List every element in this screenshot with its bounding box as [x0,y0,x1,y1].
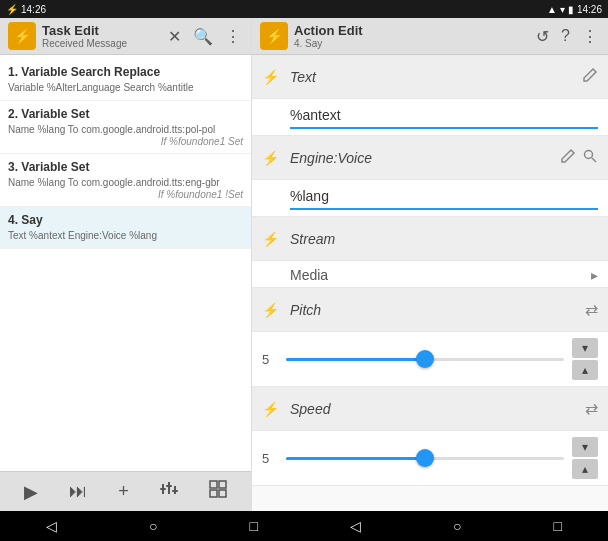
left-home-button[interactable]: ○ [129,514,177,538]
left-recents-button[interactable]: □ [230,514,278,538]
task-name: Variable Set [21,160,89,174]
text-input-row [252,99,608,136]
status-left: ⚡ 14:26 [6,4,46,15]
task-title: Task Edit [42,23,127,38]
left-header-actions: ✕ 🔍 ⋮ [166,25,243,48]
pitch-slider[interactable] [286,349,564,369]
stream-section-header: ⚡ Stream [252,217,608,261]
action-title: Action Edit [294,23,363,38]
text-section-header: ⚡ Text [252,55,608,99]
pitch-slider-row: 5 ▾ ▴ [252,332,608,387]
grid-button[interactable] [203,478,233,505]
right-header-actions: ↺ ? ⋮ [534,25,600,48]
pitch-thumb[interactable] [416,350,434,368]
pitch-up-button[interactable]: ▴ [572,360,598,380]
stream-section-icon: ⚡ [262,231,282,247]
left-panel: ⚡ Task Edit Received Message ✕ 🔍 ⋮ 1. Va… [0,18,252,511]
status-time-right: 14:26 [577,4,602,15]
task-number: 2. [8,107,21,121]
svg-rect-9 [219,490,226,497]
engine-search-button[interactable] [582,148,598,168]
task-item-header: 4. Say [8,213,243,227]
right-more-button[interactable]: ⋮ [580,25,600,48]
svg-rect-8 [210,490,217,497]
right-back-button[interactable]: ◁ [330,514,381,538]
engine-section-header: ⚡ Engine:Voice [252,136,608,180]
left-more-button[interactable]: ⋮ [223,25,243,48]
task-name: Variable Search Replace [21,65,160,79]
stream-arrow-icon: ▸ [591,267,598,283]
task-item-detail: Name %lang To com.google.android.tts:eng… [8,176,243,189]
stream-label: Stream [290,231,598,247]
speed-up-button[interactable]: ▴ [572,459,598,479]
speed-slider-row: 5 ▾ ▴ [252,431,608,486]
search-icon [582,148,598,164]
play-button[interactable]: ▶ [18,479,44,505]
status-right: ▲ ▾ ▮ 14:26 [547,4,602,15]
task-number: 3. [8,160,21,174]
pitch-down-button[interactable]: ▾ [572,338,598,358]
pitch-fill [286,358,425,361]
speed-slider[interactable] [286,448,564,468]
right-home-button[interactable]: ○ [433,514,481,538]
nav-bar: ◁ ○ □ ◁ ○ □ [0,511,608,541]
task-name: Say [21,213,42,227]
pitch-step-buttons: ▾ ▴ [572,338,598,380]
pitch-section-icon: ⚡ [262,302,282,318]
mixer-icon [160,480,178,498]
signal-icon: ▲ [547,4,557,15]
pencil-icon [582,67,598,83]
bluetooth-icon: ⚡ [6,4,18,15]
left-close-button[interactable]: ✕ [166,25,183,48]
task-item-detail: Text %antext Engine:Voice %lang [8,229,243,242]
text-input[interactable] [290,103,598,129]
svg-rect-4 [166,485,172,487]
engine-label: Engine:Voice [290,150,560,166]
action-header-text: Action Edit 4. Say [294,23,363,49]
speed-track [286,457,564,460]
svg-rect-7 [219,481,226,488]
task-number: 4. [8,213,21,227]
task-item-condition: If %foundone1 Set [8,136,243,147]
help-button[interactable]: ? [559,25,572,47]
text-section-icon: ⚡ [262,69,282,85]
pitch-track [286,358,564,361]
bottom-toolbar: ▶ ⏭ + [0,471,251,511]
right-panel: ⚡ Action Edit 4. Say ↺ ? ⋮ ⚡ Text [252,18,608,511]
task-item[interactable]: 3. Variable Set Name %lang To com.google… [0,154,251,207]
pitch-section-header: ⚡ Pitch ⇄ [252,288,608,332]
stream-value-row[interactable]: Media ▸ [252,261,608,288]
speed-down-button[interactable]: ▾ [572,437,598,457]
task-item[interactable]: 1. Variable Search Replace Variable %Alt… [0,59,251,101]
stream-value: Media [290,267,591,283]
add-button[interactable]: + [112,479,135,504]
battery-icon: ▮ [568,4,574,15]
svg-rect-5 [172,490,178,492]
speed-step-buttons: ▾ ▴ [572,437,598,479]
skip-button[interactable]: ⏭ [63,479,93,504]
speed-fill [286,457,425,460]
mixer-button[interactable] [154,478,184,505]
left-search-button[interactable]: 🔍 [191,25,215,48]
search-icon: 🔍 [193,28,213,45]
refresh-button[interactable]: ↺ [534,25,551,48]
right-recents-button[interactable]: □ [533,514,581,538]
engine-edit-button[interactable] [560,148,576,168]
speed-shuffle-button[interactable]: ⇄ [585,399,598,418]
task-list: 1. Variable Search Replace Variable %Alt… [0,55,251,471]
text-section-actions [582,67,598,87]
text-edit-button[interactable] [582,67,598,87]
task-item-active[interactable]: 4. Say Text %antext Engine:Voice %lang [0,207,251,249]
right-header: ⚡ Action Edit 4. Say ↺ ? ⋮ [252,18,608,55]
speed-thumb[interactable] [416,449,434,467]
svg-rect-6 [210,481,217,488]
task-name: Variable Set [21,107,89,121]
task-item[interactable]: 2. Variable Set Name %lang To com.google… [0,101,251,154]
engine-input[interactable] [290,184,598,210]
task-header-text: Task Edit Received Message [42,23,127,49]
text-label: Text [290,69,582,85]
pitch-shuffle-button[interactable]: ⇄ [585,300,598,319]
left-back-button[interactable]: ◁ [26,514,77,538]
engine-input-row [252,180,608,217]
action-subtitle: 4. Say [294,38,363,49]
